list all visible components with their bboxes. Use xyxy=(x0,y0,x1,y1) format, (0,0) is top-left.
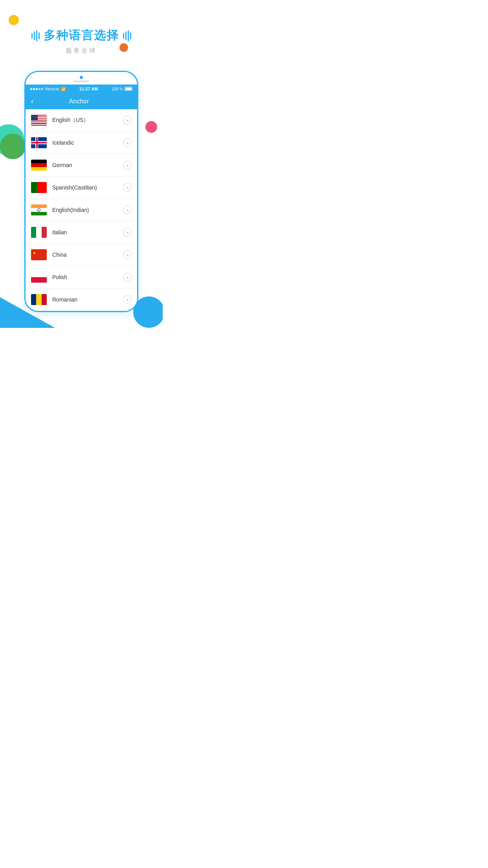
language-name: Italian xyxy=(52,229,123,235)
nav-title: Anchor xyxy=(37,98,132,105)
wave-bar xyxy=(39,32,40,39)
flag-german xyxy=(31,160,47,171)
header-title-row: 多种语言选择 xyxy=(8,28,155,44)
chevron-up-icon[interactable]: ∧ xyxy=(123,138,132,147)
status-right: 100 % xyxy=(112,87,132,91)
chevron-up-icon[interactable]: ∧ xyxy=(123,295,132,304)
language-name: Spanish(Castilian) xyxy=(52,184,123,191)
battery-bar xyxy=(125,87,132,91)
nav-bar: ‹ Anchor xyxy=(26,93,137,109)
language-item[interactable]: English(Indian) ∧ xyxy=(26,199,137,221)
chevron-up-icon[interactable]: ∧ xyxy=(123,273,132,281)
language-item[interactable]: English（US） ∧ xyxy=(26,109,137,132)
sound-waves-left xyxy=(31,30,40,41)
signal-dots xyxy=(30,88,43,90)
language-item[interactable]: ★ China ∧ xyxy=(26,244,137,266)
signal-dot-2 xyxy=(33,88,35,90)
china-star: ★ xyxy=(33,251,36,255)
language-item[interactable]: German ∧ xyxy=(26,154,137,177)
phone-mockup-container: Verizon 📶 11:27 AM 100 % ‹ Anchor xyxy=(0,63,163,328)
chevron-up-icon[interactable]: ∧ xyxy=(123,228,132,237)
status-time: 11:27 AM xyxy=(79,86,98,91)
status-left: Verizon 📶 xyxy=(30,86,66,91)
language-name: China xyxy=(52,252,123,258)
chevron-up-icon[interactable]: ∧ xyxy=(123,161,132,169)
language-name: German xyxy=(52,162,123,168)
wave-bar xyxy=(36,30,37,41)
page-title: 多种语言选择 xyxy=(44,28,119,44)
language-name: Icelandic xyxy=(52,140,123,146)
flag-portugal xyxy=(31,182,47,193)
flag-india xyxy=(31,204,47,215)
flag-romania xyxy=(31,294,47,305)
wave-bar xyxy=(130,32,131,39)
chevron-up-icon[interactable]: ∧ xyxy=(123,183,132,192)
status-bar: Verizon 📶 11:27 AM 100 % xyxy=(26,85,137,93)
flag-china: ★ xyxy=(31,249,47,260)
flag-us xyxy=(31,115,47,126)
back-button[interactable]: ‹ xyxy=(31,97,33,105)
wave-bar xyxy=(128,30,129,41)
language-item[interactable]: Spanish(Castilian) ∧ xyxy=(26,177,137,199)
language-list: English（US） ∧ Icelandic ∧ xyxy=(26,109,137,311)
signal-dot-5 xyxy=(41,88,43,90)
chevron-up-icon[interactable]: ∧ xyxy=(123,250,132,259)
flag-poland xyxy=(31,272,47,283)
language-item[interactable]: Icelandic ∧ xyxy=(26,132,137,154)
battery-fill xyxy=(125,88,132,90)
phone-top-bar xyxy=(26,72,137,85)
wave-bar xyxy=(34,31,35,40)
page-subtitle: 服务全球 xyxy=(8,47,155,55)
language-item[interactable]: Romanian ∧ xyxy=(26,289,137,311)
language-name: English(Indian) xyxy=(52,207,123,213)
language-item[interactable]: Polish ∧ xyxy=(26,266,137,289)
chevron-up-icon[interactable]: ∧ xyxy=(123,116,132,125)
language-name: Polish xyxy=(52,274,123,280)
wifi-icon: 📶 xyxy=(61,87,66,91)
language-item[interactable]: Italian ∧ xyxy=(26,221,137,244)
signal-dot-1 xyxy=(30,88,32,90)
india-wheel xyxy=(37,208,40,211)
battery-percent: 100 % xyxy=(112,87,123,91)
phone-mockup: Verizon 📶 11:27 AM 100 % ‹ Anchor xyxy=(24,71,138,312)
chevron-up-icon[interactable]: ∧ xyxy=(123,206,132,214)
phone-camera xyxy=(80,76,83,79)
signal-dot-3 xyxy=(36,88,38,90)
wave-bar xyxy=(31,33,33,39)
language-name: English（US） xyxy=(52,117,123,124)
wave-bar xyxy=(125,31,127,40)
phone-speaker xyxy=(73,81,89,82)
header-area: 多种语言选择 服务全球 xyxy=(0,0,163,63)
flag-iceland xyxy=(31,137,47,148)
signal-dot-4 xyxy=(39,88,40,90)
flag-italy xyxy=(31,227,47,238)
wave-bar xyxy=(123,33,124,39)
sound-waves-right xyxy=(123,30,131,41)
language-name: Romanian xyxy=(52,296,123,303)
carrier-name: Verizon xyxy=(45,86,59,91)
